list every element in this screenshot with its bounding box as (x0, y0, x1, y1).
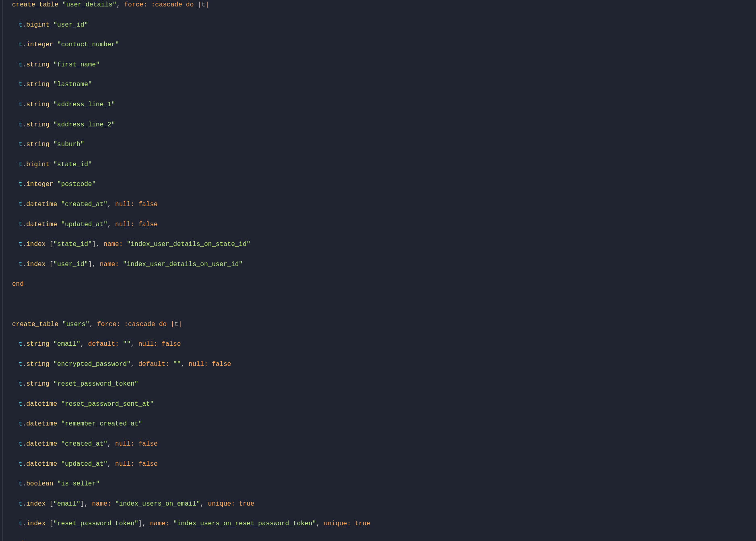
code-line: t.datetime "created_at", null: false (5, 439, 370, 449)
code-line: t.string "reset_password_token" (5, 379, 370, 389)
token-string: "user_details" (62, 1, 116, 8)
code-line: t.string "email", default: "", null: fal… (5, 339, 370, 349)
code-line: t.integer "postcode" (5, 180, 370, 190)
code-line: t.integer "contact_number" (5, 40, 370, 50)
code-line: t.bigint "user_id" (5, 20, 370, 30)
code-editor[interactable]: create_table "user_details", force: :cas… (0, 0, 756, 541)
code-line: t.boolean "is_seller" (5, 479, 370, 489)
token-pipe: | (198, 1, 202, 8)
code-line: end (5, 279, 370, 289)
code-line: t.string "suburb" (5, 140, 370, 150)
code-block[interactable]: create_table "user_details", force: :cas… (5, 0, 370, 541)
code-line: create_table "users", force: :cascade do… (5, 320, 370, 330)
code-line: t.index ["state_id"], name: "index_user_… (5, 240, 370, 250)
code-line: t.string "lastname" (5, 80, 370, 90)
code-line: t.string "first_name" (5, 60, 370, 70)
code-line: t.bigint "state_id" (5, 160, 370, 170)
code-line: t.datetime "remember_created_at" (5, 419, 370, 429)
code-line: t.datetime "reset_password_sent_at" (5, 399, 370, 409)
token-fn: create_table (12, 1, 58, 8)
token-param: force: (124, 1, 147, 8)
code-line: t.string "encrypted_password", default: … (5, 359, 370, 370)
token-punct: , (116, 1, 124, 8)
code-line: t.datetime "updated_at", null: false (5, 459, 370, 469)
token-pipe: | (205, 1, 209, 8)
code-line: t.index ["email"], name: "index_users_on… (5, 499, 370, 509)
code-line: t.string "address_line_2" (5, 120, 370, 130)
token-symbol: :cascade (151, 1, 182, 8)
token-var: t (202, 1, 206, 8)
token-keyword: do (186, 1, 194, 8)
code-line: t.index ["reset_password_token"], name: … (5, 519, 370, 529)
token-keyword: end (12, 281, 24, 288)
code-line: end (5, 539, 370, 541)
code-line: t.datetime "updated_at", null: false (5, 220, 370, 230)
code-line: t.string "address_line_1" (5, 100, 370, 110)
code-line: t.datetime "created_at", null: false (5, 200, 370, 210)
code-line: t.index ["user_id"], name: "index_user_d… (5, 260, 370, 270)
blank-line (5, 299, 370, 310)
code-line: create_table "user_details", force: :cas… (5, 0, 370, 10)
